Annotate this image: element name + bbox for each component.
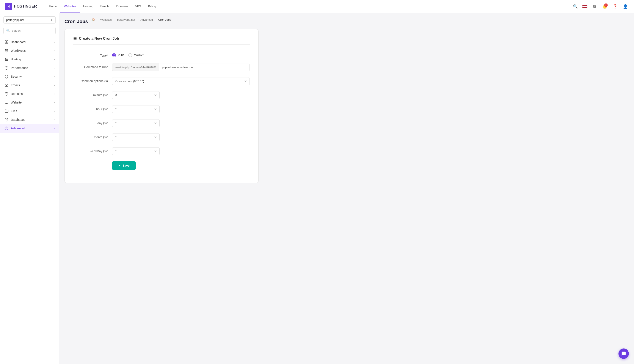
sidebar-label-security: Security: [11, 75, 22, 78]
month-control: *12: [112, 133, 250, 141]
breadcrumb-current: Cron Jobs: [158, 18, 171, 21]
site-selector[interactable]: potteryapp.net ▼: [4, 16, 56, 24]
help-icon[interactable]: ❓: [612, 3, 618, 10]
common-options-select[interactable]: Once an hour (0 * * * *)Once a day (0 0 …: [112, 77, 250, 85]
radio-custom[interactable]: Custom: [128, 53, 144, 57]
sidebar-item-security[interactable]: Security ›: [0, 72, 59, 81]
command-input[interactable]: [159, 64, 250, 71]
svg-point-12: [5, 118, 8, 119]
hour-select[interactable]: *12: [112, 105, 160, 113]
flag-icon[interactable]: [582, 5, 588, 8]
svg-rect-2: [5, 42, 6, 44]
common-options-control: Once an hour (0 * * * *)Once a day (0 0 …: [112, 77, 250, 85]
common-options-row: Common options (s) Once an hour (0 * * *…: [73, 77, 250, 85]
weekday-select[interactable]: *12: [112, 147, 160, 155]
search-input[interactable]: [12, 29, 53, 32]
wordpress-arrow: ›: [54, 50, 55, 52]
day-select[interactable]: *12: [112, 119, 160, 127]
svg-rect-9: [5, 84, 8, 87]
nav-home[interactable]: Home: [46, 0, 60, 13]
site-selector-text: potteryapp.net: [6, 18, 50, 22]
weekday-label: weekDay (s)*: [73, 147, 108, 153]
security-arrow: ›: [54, 75, 55, 78]
hour-label: hour (s)*: [73, 105, 108, 111]
breadcrumb-home[interactable]: 🏠: [92, 18, 95, 21]
databases-icon: [4, 118, 9, 122]
user-icon[interactable]: 👤: [622, 3, 629, 10]
sidebar-item-emails[interactable]: Emails ›: [0, 81, 59, 90]
website-arrow: ›: [54, 101, 55, 104]
month-label: month (s)*: [73, 133, 108, 139]
nav-billing[interactable]: Billing: [144, 0, 159, 13]
save-row: ✓ Save: [73, 161, 250, 170]
command-label: Command to run*: [73, 63, 108, 69]
sidebar-item-advanced[interactable]: Advanced ›: [0, 124, 59, 132]
month-row: month (s)* *12: [73, 133, 250, 141]
dashboard-icon: [4, 40, 9, 44]
sidebar-item-dashboard[interactable]: Dashboard ›: [0, 38, 59, 46]
databases-arrow: ›: [54, 118, 55, 121]
nav-websites[interactable]: Websites: [60, 0, 80, 13]
svg-point-7: [6, 58, 6, 59]
sidebar-label-advanced: Advanced: [11, 126, 25, 130]
search-icon[interactable]: 🔍: [572, 3, 579, 10]
sidebar-item-website[interactable]: Website ›: [0, 98, 59, 107]
monitor-icon[interactable]: 🖥: [591, 3, 598, 10]
sidebar-item-files[interactable]: Files ›: [0, 107, 59, 115]
minute-select[interactable]: 0*1234510152030: [112, 91, 160, 99]
sidebar-label-files: Files: [11, 109, 17, 113]
save-check-icon: ✓: [118, 164, 121, 167]
sidebar: potteryapp.net ▼ 🔍 Dashboard › WordPress…: [0, 13, 59, 364]
month-select[interactable]: *12: [112, 133, 160, 141]
performance-icon: [4, 66, 9, 70]
nav-emails[interactable]: Emails: [97, 0, 113, 13]
site-selector-arrow: ▼: [50, 18, 53, 22]
nav-hosting[interactable]: Hosting: [80, 0, 97, 13]
search-box: 🔍: [4, 27, 56, 34]
main-content: Cron Jobs 🏠 → Websites → potteryapp.net …: [59, 13, 634, 364]
sidebar-item-hosting[interactable]: Hosting ›: [0, 55, 59, 64]
breadcrumb-advanced[interactable]: Advanced: [140, 18, 153, 21]
card-title: Create a New Cron Job: [79, 36, 119, 41]
radio-custom-circle: [128, 53, 132, 57]
radio-php[interactable]: PHP: [112, 53, 124, 57]
logo-text: HOSTINGER: [14, 4, 37, 9]
logo[interactable]: H HOSTINGER: [5, 3, 37, 10]
sidebar-label-wordpress: WordPress: [11, 49, 26, 52]
weekday-control: *12: [112, 147, 250, 155]
performance-arrow: ›: [54, 67, 55, 69]
svg-point-13: [6, 128, 7, 129]
sidebar-item-databases[interactable]: Databases ›: [0, 115, 59, 124]
wordpress-icon: [4, 48, 9, 53]
sidebar-item-domains[interactable]: Domains ›: [0, 90, 59, 98]
minute-row: minute (s)* 0*1234510152030: [73, 91, 250, 99]
notification-badge: 9: [604, 4, 608, 7]
files-icon: [4, 109, 9, 113]
nav-vps[interactable]: VPS: [132, 0, 144, 13]
type-label: Type*: [73, 52, 108, 57]
search-icon: 🔍: [6, 29, 10, 32]
domains-arrow: ›: [54, 92, 55, 95]
layout: potteryapp.net ▼ 🔍 Dashboard › WordPress…: [0, 13, 634, 364]
minute-label: minute (s)*: [73, 91, 108, 97]
svg-rect-11: [5, 101, 8, 104]
sidebar-item-wordpress[interactable]: WordPress ›: [0, 46, 59, 55]
domains-icon: [4, 92, 9, 96]
command-input-group: /usr/bin/php /home/u144969626/: [112, 63, 250, 71]
sidebar-label-performance: Performance: [11, 66, 28, 70]
svg-point-8: [6, 60, 6, 60]
save-button[interactable]: ✓ Save: [112, 161, 136, 170]
breadcrumb-site[interactable]: potteryapp.net: [117, 18, 135, 21]
notification-icon[interactable]: 🔔 9: [601, 3, 608, 10]
website-icon: [4, 100, 9, 104]
breadcrumb-websites[interactable]: Websites: [100, 18, 112, 21]
command-prefix: /usr/bin/php /home/u144969626/: [112, 64, 159, 71]
sidebar-item-performance[interactable]: Performance ›: [0, 64, 59, 72]
nav-right: 🔍 🖥 🔔 9 ❓ 👤: [572, 3, 629, 10]
nav-domains[interactable]: Domains: [113, 0, 132, 13]
sidebar-label-domains: Domains: [11, 92, 23, 96]
cron-icon: ☰: [73, 36, 77, 41]
command-row: Command to run* /usr/bin/php /home/u1449…: [73, 63, 250, 71]
chat-bubble[interactable]: [618, 348, 629, 359]
minute-control: 0*1234510152030: [112, 91, 250, 99]
